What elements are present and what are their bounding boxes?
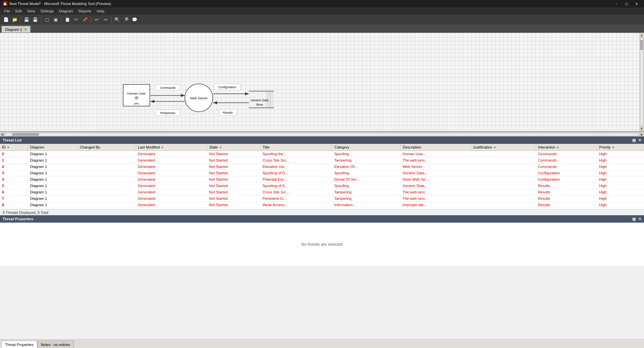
scroll-down-arrow[interactable]: ▼ — [640, 126, 644, 131]
scroll-up-arrow[interactable]: ▲ — [640, 33, 644, 38]
threat-list-close-icon[interactable]: ✕ — [638, 138, 641, 142]
menu-view[interactable]: View — [24, 7, 38, 15]
new-button[interactable]: 📄 — [2, 16, 10, 24]
tab-close-icon[interactable]: ✕ — [24, 27, 27, 31]
hscroll-left-arrow[interactable]: ◀ — [0, 133, 4, 136]
cell-justification — [471, 170, 536, 176]
diagram-area[interactable]: Human User Web Server Generic Data Store… — [0, 33, 644, 132]
scroll-thumb[interactable] — [640, 40, 643, 50]
table-row[interactable]: 0Diagram 1GeneratedNot StartedSpoofing t… — [0, 151, 644, 157]
undo-button[interactable]: ↩ — [93, 16, 101, 24]
col-interaction[interactable]: Interaction ▼ — [536, 144, 597, 151]
hscroll-thumb[interactable] — [12, 133, 39, 136]
cell-changedBy — [78, 189, 136, 195]
cell-category: Tampering — [332, 189, 401, 195]
cell-category: Information... — [332, 201, 401, 208]
col-description[interactable]: Description — [401, 144, 471, 151]
cell-diagram: Diagram 1 — [28, 176, 78, 182]
close-button[interactable]: ✕ — [632, 0, 641, 7]
table-row[interactable]: 8Diagram 1GeneratedNot StartedWeak Acces… — [0, 201, 644, 208]
copy-button[interactable]: 📋 — [63, 16, 71, 24]
table-row[interactable]: 3Diagram 1GeneratedNot StartedSpoofing o… — [0, 170, 644, 176]
cell-id: 3 — [0, 170, 28, 176]
cell-changedBy — [78, 163, 136, 170]
tab-diagram1[interactable]: Diagram 1 ✕ — [1, 26, 31, 33]
svg-text:Human User: Human User — [127, 92, 146, 95]
col-priority[interactable]: Priority ▼ — [597, 144, 644, 151]
col-diagram[interactable]: Diagram — [28, 144, 78, 151]
table-row[interactable]: 6Diagram 1GeneratedNot StartedCross Site… — [0, 189, 644, 195]
cell-justification — [471, 151, 536, 157]
cut-button[interactable]: ✄ — [72, 16, 80, 24]
menu-edit[interactable]: Edit — [13, 7, 24, 15]
threat-props-close-icon[interactable]: ✕ — [638, 217, 641, 221]
threat-list-title: Threat List — [3, 138, 21, 142]
save-button[interactable]: 💾 — [31, 16, 39, 24]
threat-table-container[interactable]: ID ▼ Diagram Changed By Last Modified ▼ … — [0, 144, 644, 209]
table-row[interactable]: 2Diagram 1GeneratedNot StartedElevation … — [0, 163, 644, 170]
threat-list-header: Threat List ▤ ✕ — [0, 136, 644, 144]
menu-settings[interactable]: Settings — [38, 7, 56, 15]
cell-lastModified: Generated — [136, 195, 207, 201]
cell-id: 5 — [0, 182, 28, 189]
cell-state: Not Started — [207, 176, 260, 182]
new-diagram-button[interactable]: ▢ — [43, 16, 51, 24]
table-row[interactable]: 7Diagram 1GeneratedNot StartedPersistent… — [0, 195, 644, 201]
threat-props-content: No threats are selected — [0, 223, 644, 266]
table-row[interactable]: 5Diagram 1GeneratedNot StartedSpoofing o… — [0, 182, 644, 189]
toolbar-separator-2 — [41, 16, 41, 23]
svg-text:Store: Store — [256, 103, 263, 106]
window-controls: − ◻ ✕ — [612, 0, 641, 7]
cell-title: Spoofing the... — [260, 151, 332, 157]
restore-button[interactable]: ◻ — [622, 0, 631, 7]
cell-category: Tampering — [332, 157, 401, 163]
save-all-button[interactable]: 💾 — [22, 16, 31, 24]
zoom-in-button[interactable]: 🔍 — [113, 16, 121, 24]
cell-changedBy — [78, 151, 136, 157]
cell-interaction: Results — [536, 189, 597, 195]
paste-button[interactable]: 📌 — [81, 16, 89, 24]
open-button[interactable]: 📁 — [11, 16, 19, 24]
table-header-row: ID ▼ Diagram Changed By Last Modified ▼ … — [0, 144, 644, 151]
hscroll-right-arrow[interactable]: ▶ — [640, 133, 644, 136]
menu-file[interactable]: File — [1, 7, 13, 15]
tab-notes[interactable]: Notes - no entries — [37, 341, 74, 348]
redo-button[interactable]: ↪ — [101, 16, 109, 24]
diagram-hscroll[interactable]: ◀ ▶ — [0, 132, 644, 136]
cell-category: Spoofing — [332, 170, 401, 176]
menu-reports[interactable]: Reports — [76, 7, 94, 15]
col-justification[interactable]: Justification ▼ — [471, 144, 536, 151]
minimize-button[interactable]: − — [612, 0, 621, 7]
cell-diagram: Diagram 1 — [28, 163, 78, 170]
cell-priority: High — [597, 201, 644, 208]
cell-interaction: Configuration — [536, 176, 597, 182]
threat-list-pin-icon[interactable]: ▤ — [632, 138, 636, 142]
diagram-vscroll[interactable]: ▲ ▼ — [639, 33, 644, 131]
col-changed-by[interactable]: Changed By — [78, 144, 136, 151]
table-row[interactable]: 1Diagram 1GeneratedNot StartedCross Site… — [0, 157, 644, 163]
cell-priority: High — [597, 163, 644, 170]
tab-threat-properties[interactable]: Threat Properties — [1, 341, 37, 348]
delete-diagram-button[interactable]: ▣ — [52, 16, 60, 24]
col-last-modified[interactable]: Last Modified ▼ — [136, 144, 207, 151]
col-title[interactable]: Title — [260, 144, 332, 151]
col-id[interactable]: ID ▼ — [0, 144, 28, 151]
comment-button[interactable]: 💬 — [131, 16, 139, 24]
threat-props-pin-icon[interactable]: ▤ — [632, 217, 636, 221]
cell-description: Web Server... — [401, 163, 471, 170]
diagram-svg: Human User Web Server Generic Data Store… — [0, 33, 644, 131]
table-row[interactable]: 4Diagram 1GeneratedNot StartedPotential … — [0, 176, 644, 182]
menu-diagram[interactable]: Diagram — [56, 7, 76, 15]
cell-title: Cross Site Scr... — [260, 157, 332, 163]
toolbar-separator-3 — [61, 16, 62, 23]
zoom-out-button[interactable]: 🔎 — [122, 16, 130, 24]
col-category[interactable]: Category — [332, 144, 401, 151]
cell-diagram: Diagram 1 — [28, 170, 78, 176]
cell-justification — [471, 157, 536, 163]
cell-diagram: Diagram 1 — [28, 195, 78, 201]
col-state[interactable]: State ▼ — [207, 144, 260, 151]
cell-id: 1 — [0, 157, 28, 163]
cell-justification — [471, 182, 536, 189]
threat-properties-section: Threat Properties ▤ ✕ No threats are sel… — [0, 215, 644, 339]
menu-help[interactable]: Help — [94, 7, 107, 15]
